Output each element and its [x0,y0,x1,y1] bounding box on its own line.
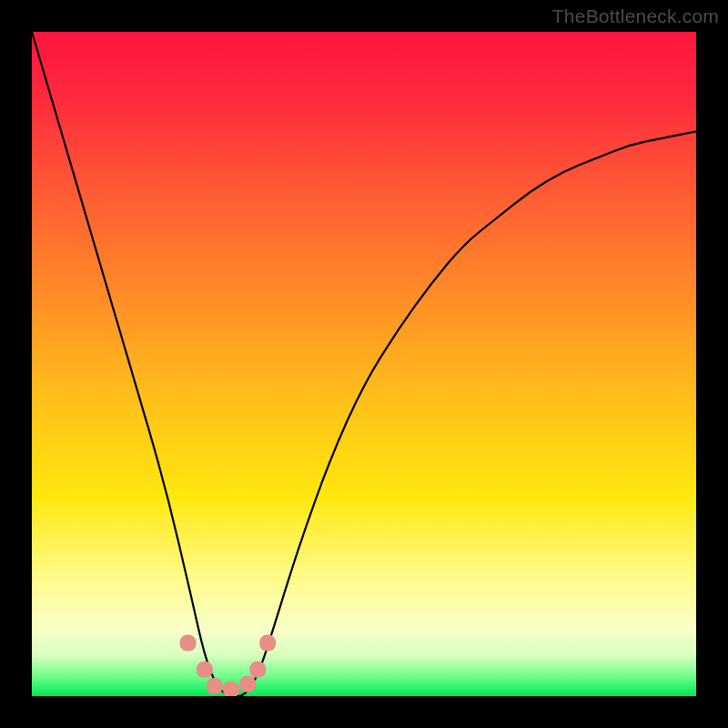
marker-point [180,635,197,652]
plot-svg [32,32,696,696]
marker-point [259,635,276,652]
marker-point [249,662,266,678]
marker-point [223,682,239,696]
watermark-text: TheBottleneck.com [552,5,719,27]
marker-point [239,676,256,693]
gradient-background [32,32,696,696]
chart-frame: TheBottleneck.com [0,0,728,728]
marker-point [207,678,223,694]
marker-point [197,662,213,678]
plot-area [32,32,696,696]
